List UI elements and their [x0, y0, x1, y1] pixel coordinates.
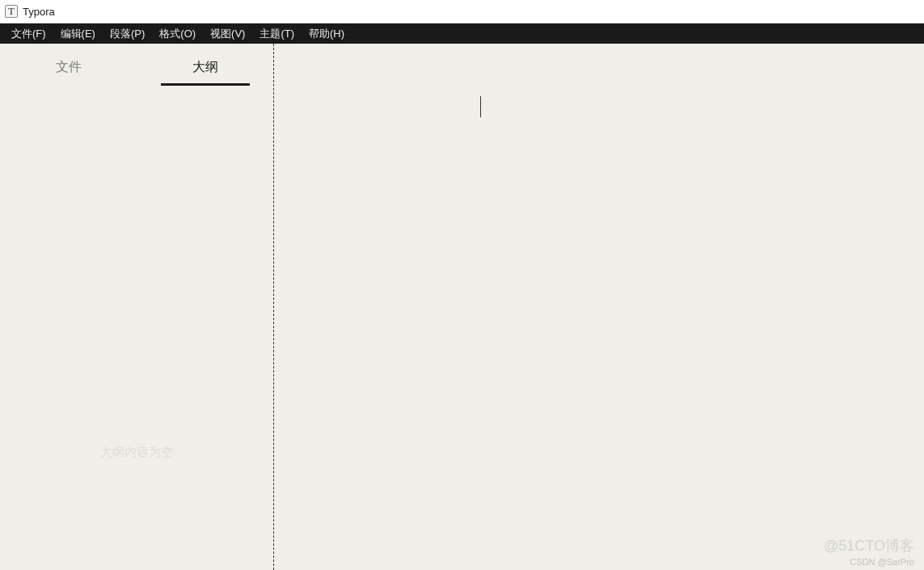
- outline-empty-text: 大纲内容为空: [0, 445, 273, 460]
- titlebar: T Typora: [0, 0, 924, 23]
- app-icon: T: [5, 5, 18, 18]
- tab-files[interactable]: 文件: [0, 49, 137, 84]
- menubar: 文件(F) 编辑(E) 段落(P) 格式(O) 视图(V) 主题(T) 帮助(H…: [0, 23, 924, 44]
- watermark-top: @51CTO博客: [824, 536, 914, 555]
- editor-area[interactable]: [274, 44, 924, 570]
- sidebar-body: 大纲内容为空: [0, 89, 273, 570]
- app-title: Typora: [23, 6, 55, 18]
- menu-file[interactable]: 文件(F): [4, 23, 53, 44]
- watermark-bottom: CSDN @SarPro: [850, 557, 914, 567]
- content-area: 文件 大纲 大纲内容为空: [0, 44, 924, 570]
- menu-edit[interactable]: 编辑(E): [53, 23, 103, 44]
- menu-view[interactable]: 视图(V): [203, 23, 252, 44]
- sidebar: 文件 大纲 大纲内容为空: [0, 44, 274, 570]
- menu-help[interactable]: 帮助(H): [302, 23, 352, 44]
- menu-theme[interactable]: 主题(T): [252, 23, 302, 44]
- sidebar-tabs: 文件 大纲: [0, 44, 273, 89]
- menu-format[interactable]: 格式(O): [152, 23, 203, 44]
- tab-outline[interactable]: 大纲: [137, 49, 273, 84]
- menu-paragraph[interactable]: 段落(P): [103, 23, 152, 44]
- text-cursor: [480, 96, 481, 117]
